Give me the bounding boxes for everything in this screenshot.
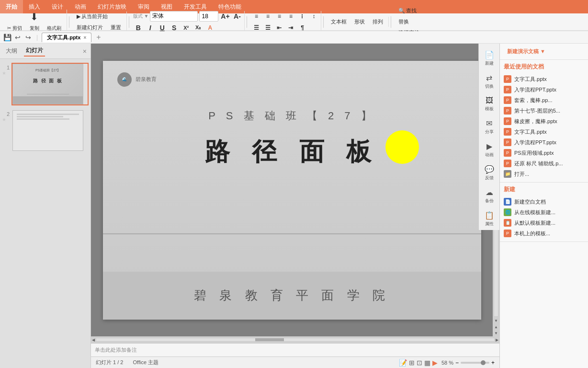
yellow-circle-cursor [385, 130, 419, 164]
scroll-collapse-button[interactable]: ▼ [493, 330, 499, 336]
recent-doc-2[interactable]: P 套索，魔棒.pp... [504, 95, 584, 105]
new-default-label: 从默认模板新建... [514, 219, 555, 227]
find-button[interactable]: 🔍 查找 [395, 6, 423, 16]
align-right-button[interactable]: ≡ [274, 11, 284, 22]
paste-button[interactable]: ⬇ [26, 11, 43, 23]
slides-tab[interactable]: 幻灯片 [24, 46, 45, 57]
slide-num-2: 2 [2, 111, 10, 117]
scroll-left-button[interactable]: ◀ [91, 338, 96, 342]
save-quick-button[interactable]: 💾 [3, 33, 11, 42]
h-scrollbar-thumb[interactable] [255, 338, 284, 341]
logo-circle: 🌊 [117, 72, 132, 87]
notes-bar[interactable]: 单击此处添加备注 [91, 343, 499, 356]
doc-name-2: 套索，魔棒.pp... [514, 97, 552, 104]
tab-close-button[interactable]: × [83, 35, 86, 40]
slide-2-thumbnail[interactable] [11, 109, 89, 152]
doc-icon-5: P [504, 128, 511, 136]
theme-name: Office 主题 [133, 359, 158, 366]
tab-active[interactable]: 文字工具.pptx × [42, 33, 91, 42]
recent-doc-3[interactable]: P 第十七节-图层的5... [504, 105, 584, 116]
arrange-button[interactable]: 排列 [369, 17, 386, 27]
recent-doc-7[interactable]: P PS应用领域.pptx [504, 148, 584, 158]
align-left-button[interactable]: ≡ [251, 11, 261, 22]
font-increase-button[interactable]: A+ [220, 11, 230, 22]
new-local-button[interactable]: P 本机上的模板... [504, 228, 584, 239]
font-size-input[interactable] [199, 11, 218, 22]
doc-icon-7: P [504, 149, 511, 157]
h-scrollbar[interactable]: ◀ ▶ [91, 336, 499, 343]
tab-add-button[interactable]: + [93, 33, 103, 42]
side-icon-template[interactable]: 🖼 模板 [479, 93, 499, 115]
redo-quick-button[interactable]: ↪ [24, 33, 33, 42]
notes-icon[interactable]: 📝 [399, 359, 407, 367]
status-bar: 幻灯片 1 / 2 Office 主题 📝 ⊞ ⊡ ▦ ▶ 58 % − + [91, 356, 499, 368]
new-options-title: 新建 [504, 185, 584, 194]
side-icon-properties[interactable]: 📋 属性 [479, 208, 499, 230]
recent-doc-9[interactable]: 📁 打开... [504, 169, 584, 179]
doc-icon-2: P [504, 96, 511, 104]
toolbar-row-1: ⬇ ✂ 剪切 复制 格式刷 ▶ 从当前开始 新建幻灯片 重置 版式 ▼ A+ [0, 13, 588, 31]
columns-button[interactable]: ⫶ [297, 11, 307, 22]
doc-icon-8: P [504, 160, 511, 167]
recent-doc-0[interactable]: P 文字工具.pptx [504, 74, 584, 84]
normal-view-icon[interactable]: ⊞ [409, 359, 415, 367]
font-decrease-button[interactable]: A- [232, 11, 242, 22]
recent-doc-5[interactable]: P 文字工具.pptx [504, 126, 584, 137]
slide-sorter-icon[interactable]: ⊡ [417, 359, 422, 367]
side-icon-animation[interactable]: ▶ 动画 [479, 139, 499, 161]
slide-viewport[interactable]: 🌊 碧泉教育 P S 基 础 班 【 2 7 】 路 径 面 板 [91, 44, 493, 336]
h-scrollbar-track[interactable] [96, 338, 495, 342]
doc-icon-3: P [504, 107, 511, 115]
right-panel-wrapper: 📄 新建 ⇄ 切换 🖼 模板 ✉ 分享 ▶ 动画 💬 反馈 [499, 44, 588, 368]
side-icon-share[interactable]: ✉ 分享 [479, 116, 499, 138]
justify-button[interactable]: ≡ [285, 11, 296, 22]
doc-icon-0: P [504, 75, 511, 83]
start-from-button[interactable]: ▶ 从当前开始 [73, 12, 124, 22]
panel-header: 大纲 幻灯片 × [0, 44, 90, 59]
scroll-expand-button[interactable]: ▲ [493, 324, 499, 330]
zoom-control: 58 % − + [441, 359, 495, 366]
text-box-button[interactable]: 文本框 [328, 17, 350, 27]
recent-doc-6[interactable]: P 入学流程PPT.pptx [504, 137, 584, 148]
slide-1-thumbnail[interactable]: PS基础班【27】 路 径 面 板 [11, 63, 89, 105]
center-area: 🌊 碧泉教育 P S 基 础 班 【 2 7 】 路 径 面 板 [91, 44, 499, 368]
font-name-input[interactable] [150, 11, 198, 22]
slide-main-title: 路 径 面 板 [103, 135, 481, 169]
outline-tab[interactable]: 大纲 [4, 46, 19, 56]
recent-doc-1[interactable]: P 入学流程PPT.pptx [504, 84, 584, 95]
replace-button[interactable]: 替换 [395, 17, 423, 27]
new-default-button[interactable]: 📋 从默认模板新建... [504, 218, 584, 228]
quick-access-bar: 💾 ↩ ↪ | 文字工具.pptx × + [0, 31, 588, 44]
scroll-right-button[interactable]: ▶ [495, 338, 499, 342]
new-blank-label: 新建空白文档 [514, 198, 546, 206]
doc-name-0: 文字工具.pptx [514, 76, 547, 83]
side-icon-new[interactable]: 📄 新建 [479, 47, 499, 69]
doc-name-1: 入学流程PPT.pptx [514, 86, 556, 93]
line-spacing-button[interactable]: ↕ [308, 11, 319, 22]
new-presentation-button[interactable]: 新建演示文稿 ▼ [504, 46, 584, 57]
slide-divider [103, 233, 481, 234]
doc-name-4: 橡皮擦，魔棒.pptx [514, 118, 557, 125]
slideshow-icon[interactable]: ▶ [432, 359, 438, 367]
zoom-out-button[interactable]: − [455, 359, 459, 366]
align-center-button[interactable]: ≡ [262, 11, 273, 22]
zoom-slider[interactable] [461, 362, 489, 364]
zoom-in-button[interactable]: + [491, 359, 495, 366]
toolbar-area: ⬇ ✂ 剪切 复制 格式刷 ▶ 从当前开始 新建幻灯片 重置 版式 ▼ A+ [0, 13, 588, 31]
undo-quick-button[interactable]: ↩ [13, 33, 22, 42]
shape-button[interactable]: 形状 [351, 17, 368, 27]
slide-logo-area: 🌊 碧泉教育 [117, 72, 157, 87]
new-blank-button[interactable]: 📄 新建空白文档 [504, 196, 584, 207]
recent-doc-8[interactable]: P 还原 标尺 辅助线.p... [504, 158, 584, 169]
doc-icon-9: 📁 [504, 170, 511, 178]
reading-view-icon[interactable]: ▦ [424, 359, 430, 367]
side-icon-switch[interactable]: ⇄ 切换 [479, 70, 499, 92]
new-online-button[interactable]: 🌐 从在线模板新建... [504, 207, 584, 218]
side-icon-backup[interactable]: ☁ 备份 [479, 185, 499, 207]
doc-name-7: PS应用领域.pptx [514, 150, 554, 157]
side-icon-feedback[interactable]: 💬 反馈 [479, 162, 499, 184]
scroll-down-button[interactable]: ▼ [493, 318, 499, 324]
panel-close-button[interactable]: × [83, 47, 87, 55]
recent-doc-4[interactable]: P 橡皮擦，魔棒.pptx [504, 116, 584, 126]
new-local-icon: P [504, 230, 511, 237]
